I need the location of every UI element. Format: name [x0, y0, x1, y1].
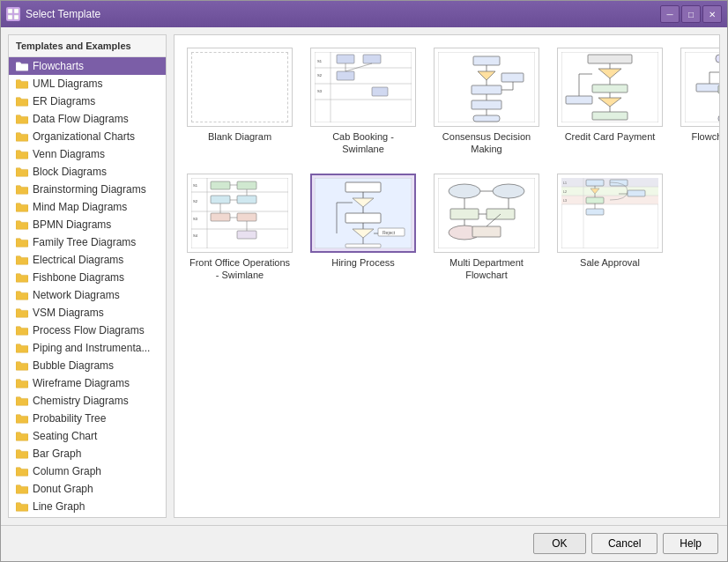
sidebar-item-label-electrical: Electrical Diagrams	[33, 254, 123, 266]
sidebar-item-brainstorming[interactable]: Brainstorming Diagrams	[9, 181, 166, 198]
template-item-consensus[interactable]: Consensus Decision Making	[430, 44, 543, 159]
sidebar-item-label-familytree: Family Tree Diagrams	[33, 236, 136, 248]
template-label-sale: Sale Approval	[580, 256, 640, 269]
help-button[interactable]: Help	[663, 533, 718, 554]
sidebar-item-label-dataflow: Data Flow Diagrams	[33, 113, 129, 125]
template-thumb-cab: S1 S2 S3	[310, 48, 416, 127]
svg-rect-81	[237, 231, 256, 239]
sidebar: Templates and Examples Flowcharts UML Di…	[8, 34, 167, 518]
sidebar-item-uml[interactable]: UML Diagrams	[9, 75, 166, 92]
sidebar-item-label-vsm: VSM Diagrams	[33, 307, 104, 319]
svg-text:Reject: Reject	[383, 230, 396, 235]
svg-rect-50	[696, 84, 720, 92]
templates-area: Blank Diagram S1 S2 S3 Cab Booking - Swi…	[174, 34, 720, 518]
sidebar-item-label-fishbone: Fishbone Diagrams	[33, 271, 124, 284]
blank-thumb	[191, 52, 288, 122]
window-icon	[6, 7, 20, 21]
template-item-cab[interactable]: S1 S2 S3 Cab Booking - Swimlane	[307, 44, 420, 159]
template-item-creditcard[interactable]: Credit Card Payment	[553, 44, 666, 159]
svg-text:S3: S3	[317, 89, 323, 93]
sidebar-item-columngraph[interactable]: Column Graph	[9, 462, 166, 480]
sidebar-item-bpmn[interactable]: BPMN Diagrams	[9, 216, 166, 233]
sidebar-item-label-venn: Venn Diagrams	[33, 148, 105, 160]
sidebar-item-label-org: Organizational Charts	[33, 130, 135, 143]
maximize-button[interactable]: □	[681, 5, 701, 23]
svg-point-98	[449, 184, 480, 198]
svg-rect-87	[345, 213, 381, 223]
sidebar-item-chemistry[interactable]: Chemistry Diagrams	[9, 392, 166, 410]
template-thumb-sale: L1 L2 L3	[557, 174, 663, 253]
sidebar-item-flowcharts[interactable]: Flowcharts	[9, 57, 166, 75]
sidebar-item-label-flowcharts: Flowcharts	[33, 60, 84, 72]
svg-text:S1: S1	[193, 183, 198, 188]
ok-button[interactable]: OK	[533, 533, 586, 554]
sidebar-item-seating[interactable]: Seating Chart	[9, 427, 166, 445]
sidebar-item-network[interactable]: Network Diagrams	[9, 286, 166, 304]
svg-rect-109	[472, 226, 501, 237]
close-button[interactable]: ✕	[702, 5, 722, 23]
sidebar-item-er[interactable]: ER Diagrams	[9, 92, 166, 110]
sidebar-item-bubble[interactable]: Bubble Diagrams	[9, 357, 166, 374]
svg-rect-71	[237, 181, 256, 189]
template-item-multidept[interactable]: Multi Department Flowchart	[430, 170, 543, 285]
sidebar-item-electrical[interactable]: Electrical Diagrams	[9, 251, 166, 269]
svg-text:L3: L3	[563, 199, 567, 203]
svg-rect-30	[473, 115, 500, 122]
sidebar-item-dataflow[interactable]: Data Flow Diagrams	[9, 110, 166, 128]
sidebar-item-label-columngraph: Column Graph	[33, 465, 101, 477]
template-thumb-multidept	[434, 174, 539, 253]
sidebar-item-venn[interactable]: Venn Diagrams	[9, 145, 166, 163]
template-label-frontoffice: Front Office Operations - Swimlane	[187, 256, 293, 282]
sidebar-item-bargraph[interactable]: Bar Graph	[9, 445, 166, 462]
svg-rect-45	[716, 55, 720, 63]
sidebar-item-mindmap[interactable]: Mind Map Diagrams	[9, 198, 166, 216]
svg-rect-55	[718, 85, 720, 93]
svg-rect-12	[372, 87, 388, 96]
template-item-flowtemplate[interactable]: Flowchart Template	[677, 44, 720, 159]
svg-rect-36	[592, 85, 628, 92]
sidebar-item-label-processflow: Process Flow Diagrams	[33, 324, 145, 336]
svg-text:S2: S2	[193, 199, 198, 203]
template-thumb-hiring: Reject	[310, 174, 416, 253]
template-thumb-frontoffice: S1 S2 S3 S4	[187, 174, 293, 253]
svg-rect-40	[592, 112, 628, 120]
sidebar-item-label-donutgraph: Donut Graph	[33, 483, 93, 495]
cancel-button[interactable]: Cancel	[591, 533, 657, 554]
sidebar-item-vsm[interactable]: VSM Diagrams	[9, 304, 166, 322]
sidebar-item-label-bubble: Bubble Diagrams	[33, 359, 114, 372]
template-item-sale[interactable]: L1 L2 L3 Sale Approval	[553, 170, 666, 285]
svg-rect-118	[586, 180, 604, 186]
template-item-blank[interactable]: Blank Diagram	[183, 44, 296, 159]
svg-rect-19	[473, 56, 500, 65]
sidebar-item-probtree[interactable]: Probability Tree	[9, 410, 166, 427]
template-item-hiring[interactable]: Reject Hiring Process	[307, 170, 420, 285]
minimize-button[interactable]: ─	[660, 5, 680, 23]
sidebar-item-familytree[interactable]: Family Tree Diagrams	[9, 233, 166, 251]
sidebar-header: Templates and Examples	[9, 35, 166, 57]
svg-rect-102	[450, 209, 479, 219]
sidebar-item-label-chemistry: Chemistry Diagrams	[33, 395, 129, 407]
svg-rect-77	[211, 213, 230, 221]
sidebar-item-processflow[interactable]: Process Flow Diagrams	[9, 322, 166, 339]
sidebar-item-donutgraph[interactable]: Donut Graph	[9, 480, 166, 498]
sidebar-item-piechart[interactable]: Pie Chart	[9, 515, 166, 518]
bottom-bar: OK Cancel Help	[1, 525, 727, 561]
svg-rect-83	[345, 182, 381, 192]
sidebar-item-wireframe[interactable]: Wireframe Diagrams	[9, 374, 166, 392]
sidebar-item-label-linegraph: Line Graph	[33, 500, 85, 513]
svg-rect-43	[566, 96, 592, 104]
sidebar-item-linegraph[interactable]: Line Graph	[9, 498, 166, 515]
template-label-consensus: Consensus Decision Making	[434, 130, 539, 156]
svg-rect-0	[8, 9, 12, 13]
svg-rect-28	[472, 100, 501, 109]
sidebar-item-org[interactable]: Organizational Charts	[9, 128, 166, 145]
sidebar-item-fishbone[interactable]: Fishbone Diagrams	[9, 269, 166, 286]
template-item-frontoffice[interactable]: S1 S2 S3 S4 Front Office Operations - Sw…	[183, 170, 296, 285]
template-label-cab: Cab Booking - Swimlane	[310, 130, 416, 156]
svg-rect-75	[211, 196, 230, 203]
svg-rect-123	[586, 197, 604, 203]
sidebar-item-piping[interactable]: Piping and Instrumenta...	[9, 339, 166, 357]
sidebar-item-block[interactable]: Block Diagrams	[9, 163, 166, 181]
sidebar-item-label-piping: Piping and Instrumenta...	[33, 342, 150, 354]
sidebar-item-label-brainstorming: Brainstorming Diagrams	[33, 183, 146, 196]
